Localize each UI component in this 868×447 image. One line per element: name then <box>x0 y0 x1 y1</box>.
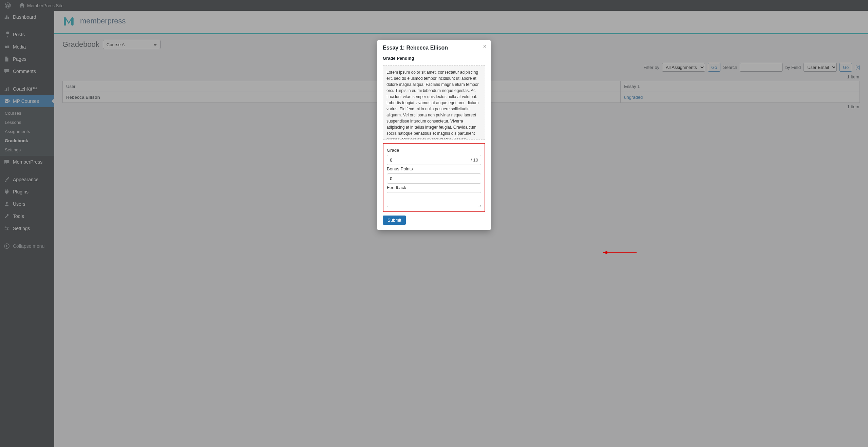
submit-button[interactable]: Submit <box>383 216 406 225</box>
callout-arrow <box>603 250 637 255</box>
feedback-textarea[interactable] <box>387 192 481 207</box>
modal-overlay[interactable]: × Essay 1: Rebecca Ellison Grade Pending… <box>0 0 868 447</box>
grade-status: Grade Pending <box>383 56 485 61</box>
grade-max: / 10 <box>471 157 478 163</box>
essay-paragraph: Lorem ipsum dolor sit amet, consectetur … <box>386 69 482 139</box>
svg-marker-4 <box>603 251 607 254</box>
modal-title: Essay 1: Rebecca Ellison <box>383 45 485 51</box>
grading-modal: × Essay 1: Rebecca Ellison Grade Pending… <box>377 40 491 230</box>
close-icon[interactable]: × <box>483 43 487 50</box>
grading-form-highlight: Grade / 10 Bonus Points Feedback <box>383 143 485 212</box>
grade-input-row: / 10 <box>387 155 481 165</box>
essay-content[interactable]: Lorem ipsum dolor sit amet, consectetur … <box>383 66 485 139</box>
grade-input[interactable] <box>390 157 471 163</box>
bonus-label: Bonus Points <box>387 166 481 171</box>
bonus-input[interactable] <box>387 173 481 184</box>
grade-label: Grade <box>387 148 481 153</box>
feedback-label: Feedback <box>387 185 481 190</box>
